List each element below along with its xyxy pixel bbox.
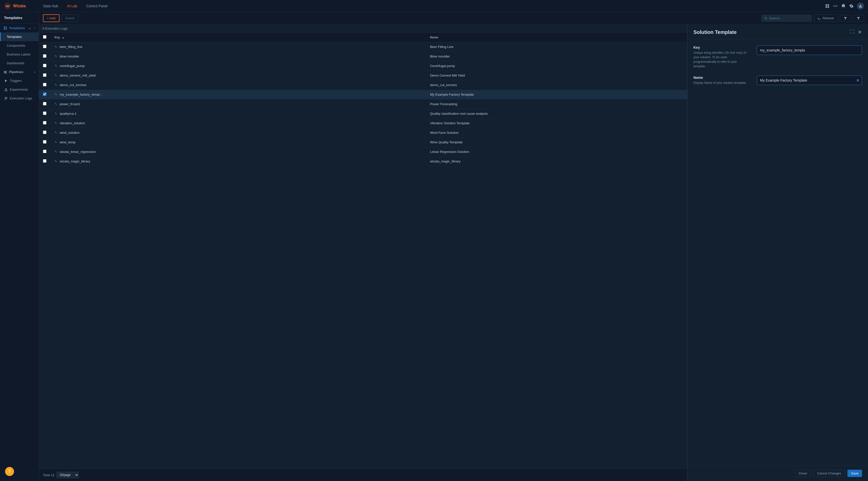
chevron-right-icon[interactable]: ›	[34, 70, 35, 74]
refresh-button[interactable]: Refresh	[814, 14, 838, 22]
expand-icon[interactable]: ⛶	[850, 29, 855, 35]
sidebar-item-business-labels[interactable]: Business Labels	[0, 50, 39, 59]
nav-tab-ai-lab[interactable]: AI Lab	[63, 2, 81, 9]
filter1-button[interactable]	[840, 15, 851, 22]
log-icon	[4, 97, 8, 100]
edit-icon[interactable]: ✎	[55, 64, 57, 68]
nav-tab-data-hub[interactable]: Data Hub	[39, 2, 62, 9]
pipeline-icon	[3, 70, 7, 74]
row-checkbox-cell	[39, 147, 51, 157]
close-label: Close	[799, 472, 807, 475]
name-clear-icon[interactable]: ✕	[856, 78, 860, 83]
cancel-changes-button[interactable]: Cancel Changes	[813, 470, 845, 477]
code-icon[interactable]	[833, 3, 838, 8]
sidebar-collapse-icon[interactable]: ‹	[34, 26, 35, 30]
row-checkbox[interactable]	[43, 102, 46, 105]
add-button[interactable]: + Add	[43, 14, 60, 22]
search-input[interactable]	[769, 16, 809, 20]
nav-tab-control-panel[interactable]: Control Panel	[82, 2, 112, 9]
settings-icon[interactable]	[849, 3, 854, 8]
total-count: Total 13	[43, 473, 55, 477]
edit-icon[interactable]: ✎	[55, 45, 57, 49]
row-checkbox[interactable]	[43, 45, 46, 48]
row-checkbox[interactable]	[43, 83, 46, 86]
panel-header: Solution Template ⛶ ✕	[687, 24, 868, 39]
edit-icon[interactable]: ✎	[55, 83, 57, 87]
extensions-icon[interactable]	[825, 3, 830, 8]
refresh-icon	[817, 17, 821, 20]
sidebar-item-dashboards-label: Dashboards	[7, 61, 24, 65]
key-input[interactable]	[757, 45, 862, 55]
svg-rect-17	[5, 98, 7, 99]
row-key: ✎ beer_filling_line	[51, 42, 426, 52]
close-button[interactable]: Close	[795, 470, 811, 477]
row-checkbox[interactable]	[43, 150, 46, 153]
sidebar-item-experiments[interactable]: Experiments	[0, 85, 39, 94]
sidebar-item-dashboards[interactable]: Dashboards	[0, 59, 39, 67]
edit-icon[interactable]: ✎	[55, 159, 57, 163]
save-button[interactable]: Save	[847, 470, 862, 477]
sidebar-item-business-labels-label: Business Labels	[7, 53, 31, 56]
edit-icon[interactable]: ✎	[55, 140, 57, 144]
row-checkbox[interactable]	[43, 140, 46, 143]
nav-tabs: Data Hub AI Lab Control Panel	[39, 2, 825, 9]
row-key: ✎ wind_solution	[51, 128, 426, 137]
row-checkbox-cell	[39, 157, 51, 166]
bell-icon[interactable]	[841, 3, 846, 8]
sidebar-title: Templates	[0, 12, 39, 24]
filter2-button[interactable]	[853, 15, 864, 22]
edit-icon[interactable]: ✎	[55, 93, 57, 96]
panel-title: Solution Template	[693, 29, 737, 35]
delete-button[interactable]: Delete	[62, 14, 79, 22]
edit-icon[interactable]: ✎	[55, 150, 57, 154]
sidebar-item-components[interactable]: Components	[0, 41, 39, 50]
sidebar-item-execution-logs[interactable]: Execution Logs	[0, 94, 39, 103]
edit-icon[interactable]: ✎	[55, 73, 57, 77]
row-checkbox[interactable]	[43, 159, 46, 163]
row-key: ✎ wine_temp	[51, 137, 426, 147]
svg-rect-12	[4, 72, 7, 72]
edit-icon[interactable]: ✎	[55, 112, 57, 116]
sidebar-group-pipelines[interactable]: Pipelines ›	[0, 67, 39, 76]
row-key: ✎ demo_cut_torches	[51, 80, 426, 90]
row-checkbox[interactable]	[43, 54, 46, 58]
name-label-block: Name Display Name of your solution templ…	[693, 75, 749, 85]
row-checkbox[interactable]	[43, 111, 46, 115]
row-checkbox[interactable]	[43, 131, 46, 134]
row-checkbox[interactable]	[43, 92, 46, 96]
sidebar-item-templates[interactable]: Templates	[0, 32, 39, 41]
select-all-checkbox[interactable]	[43, 35, 46, 39]
svg-rect-13	[4, 73, 7, 73]
svg-rect-11	[4, 71, 7, 71]
main-layout: Templates Templates ⌄ ‹ Templates Compon…	[0, 12, 868, 481]
chevron-down-icon[interactable]: ⌄	[28, 26, 31, 30]
key-column-header[interactable]: Key ▲	[51, 33, 426, 42]
sidebar-item-triggers[interactable]: Triggers	[0, 76, 39, 85]
solution-template-panel: Solution Template ⛶ ✕ Key Unique string …	[687, 24, 868, 481]
sidebar-group-templates[interactable]: Templates ⌄ ‹	[0, 24, 39, 32]
name-input[interactable]	[757, 75, 862, 85]
brand-logo[interactable]: Wizata	[4, 2, 39, 9]
user-avatar[interactable]	[857, 2, 864, 9]
per-page-select[interactable]: 20/page 10/page 50/page 100/page	[57, 472, 79, 478]
row-checkbox[interactable]	[43, 73, 46, 77]
sort-asc-icon: ▲	[62, 36, 64, 39]
edit-icon[interactable]: ✎	[55, 55, 57, 58]
edit-icon[interactable]: ✎	[55, 102, 57, 106]
edit-icon[interactable]: ✎	[55, 131, 57, 134]
edit-icon[interactable]: ✎	[55, 121, 57, 125]
experiment-icon	[4, 88, 8, 91]
key-desc: Unique string identifier (16 char max) o…	[693, 51, 749, 68]
sidebar-item-templates-label: Templates	[7, 35, 22, 39]
row-checkbox[interactable]	[43, 64, 46, 67]
search-box[interactable]	[762, 15, 812, 22]
help-button[interactable]: ?	[5, 467, 14, 476]
row-checkbox[interactable]	[43, 121, 46, 125]
cancel-label: Cancel Changes	[817, 472, 841, 475]
svg-rect-9	[4, 28, 5, 30]
row-checkbox-cell	[39, 119, 51, 128]
filter-icon	[844, 17, 847, 20]
close-panel-icon[interactable]: ✕	[858, 29, 862, 35]
brand-name: Wizata	[13, 4, 26, 8]
row-key: ✎ wizata_magic_library	[51, 157, 426, 166]
